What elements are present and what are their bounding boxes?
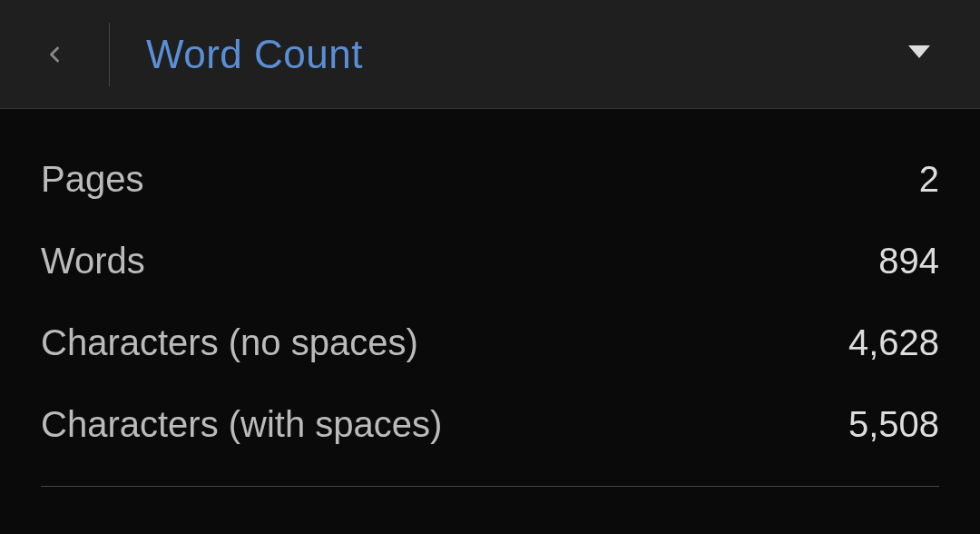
chevron-down-icon: [908, 45, 930, 60]
stat-label-chars-with-spaces: Characters (with spaces): [41, 404, 442, 445]
stat-label-chars-no-spaces: Characters (no spaces): [41, 322, 418, 363]
stat-row-chars-no-spaces: Characters (no spaces) 4,628: [41, 322, 939, 363]
page-title: Word Count: [146, 32, 363, 77]
back-button[interactable]: [27, 27, 82, 82]
stat-row-words: Words 894: [41, 241, 939, 282]
stat-value-words: 894: [878, 241, 939, 282]
content-divider: [41, 486, 939, 487]
header-divider: [109, 23, 110, 86]
stat-value-chars-with-spaces: 5,508: [848, 404, 939, 445]
stat-value-pages: 2: [919, 159, 939, 200]
stat-row-pages: Pages 2: [41, 159, 939, 200]
chevron-left-icon: [42, 42, 67, 67]
dropdown-toggle[interactable]: [908, 45, 930, 64]
stat-label-words: Words: [41, 241, 145, 282]
header-bar: Word Count: [0, 0, 980, 109]
svg-marker-0: [908, 45, 930, 58]
stat-value-chars-no-spaces: 4,628: [848, 322, 939, 363]
stat-row-chars-with-spaces: Characters (with spaces) 5,508: [41, 404, 939, 445]
stat-label-pages: Pages: [41, 159, 143, 200]
stats-content: Pages 2 Words 894 Characters (no spaces)…: [0, 109, 980, 487]
